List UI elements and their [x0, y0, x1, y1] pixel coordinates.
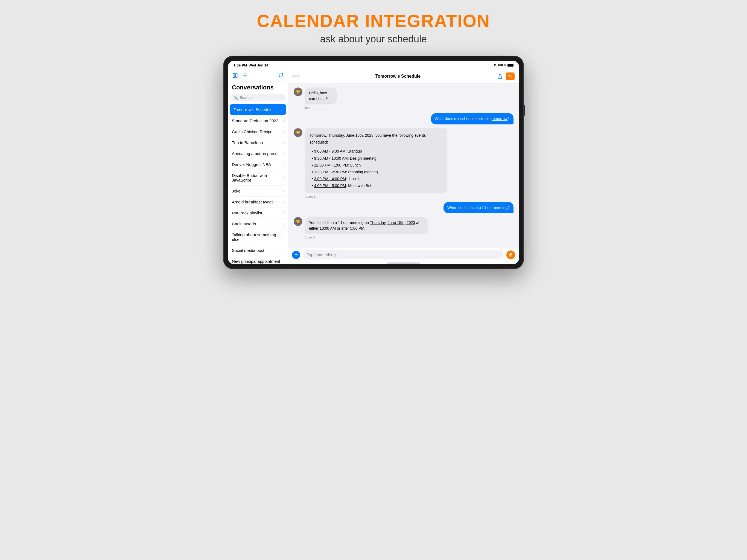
conversation-label: New principal appointment — [232, 259, 280, 263]
conversation-label: Rat Pack playlist — [232, 210, 262, 215]
conversation-item[interactable]: Animating a button press› — [228, 148, 288, 159]
conversation-label: Denver Nuggets NBA — [232, 162, 271, 167]
sidebar-toggle-button[interactable] — [232, 72, 238, 79]
page-header: CALENDAR INTEGRATION ask about your sche… — [257, 11, 490, 45]
conversation-label: Talking about something else — [232, 232, 283, 242]
chevron-icon: › — [283, 176, 284, 180]
conversation-item[interactable]: Disable Button with JavaScript› — [228, 170, 288, 186]
conversation-label: Standard Deduction 2022 — [232, 119, 278, 123]
schedule-col: Tomorrow, Thursday, June 15th, 2023, you… — [305, 128, 447, 198]
chat-area: Tomorrow's Schedule 25 — [288, 70, 519, 264]
conversation-item[interactable]: Cat in tuxedo› — [228, 219, 288, 229]
battery-icon — [508, 64, 514, 67]
ai-avatar-2: 🦁 — [294, 128, 302, 137]
status-bar: 1:39 PM Wed Jun 14 ▾ 100% — [228, 61, 519, 70]
ipad-screen: 1:39 PM Wed Jun 14 ▾ 100% — [228, 61, 519, 264]
conversation-label: Arnold breakfast tweet — [232, 200, 273, 204]
chevron-icon: › — [283, 235, 284, 239]
message-col: Hello, how can I help? free — [305, 87, 351, 109]
conversation-label: Garlic Chicken Recipe — [232, 129, 272, 134]
chevron-icon: › — [283, 162, 284, 167]
sidebar-toolbar — [228, 70, 288, 82]
schedule-event: 4:00 PM - 5:00 PM: Meet with Bob — [312, 182, 443, 189]
header-dots — [292, 75, 300, 77]
conversation-label: Disable Button with JavaScript — [232, 173, 283, 182]
svg-rect-1 — [236, 74, 237, 78]
chevron-icon: › — [281, 107, 282, 111]
status-time: 1:39 PM — [233, 63, 247, 67]
new-conversation-button[interactable] — [278, 72, 284, 79]
message-row-user: What does my schedule look like tomorrow… — [294, 113, 514, 124]
chevron-icon: › — [283, 130, 284, 134]
conversation-item[interactable]: Trip to Barcelona› — [228, 137, 288, 148]
messages-area: 🦁 Hello, how can I help? free What does … — [288, 83, 519, 247]
input-area: + — [288, 247, 519, 262]
schedule-event: 12:00 PM - 1:00 PM: Lunch — [312, 162, 443, 169]
message-row: 🦁 Hello, how can I help? free — [294, 87, 514, 109]
ai-message-text: Hello, how can I help? — [309, 91, 328, 101]
conversation-label: Cat in tuxedo — [232, 222, 256, 226]
search-icon: 🔍 — [233, 96, 238, 100]
conversation-label: Social media post — [232, 248, 264, 253]
svg-point-2 — [244, 75, 246, 76]
message-meta: free — [305, 106, 351, 109]
sidebar: Conversations 🔍 Tomorrow's Schedule›Stan… — [228, 70, 288, 264]
chevron-icon: › — [283, 211, 284, 215]
schedule-event: 3:00 PM - 4:00 PM: 1-on-1 — [312, 176, 443, 182]
message-row-schedule: 🦁 Tomorrow, Thursday, June 15th, 2023, y… — [294, 128, 514, 198]
wifi-icon: ▾ — [494, 63, 496, 67]
home-bar-line — [387, 262, 420, 263]
conversation-item[interactable]: Garlic Chicken Recipe› — [228, 126, 288, 137]
conversation-item[interactable]: Tomorrow's Schedule› — [230, 104, 286, 115]
chat-header: Tomorrow's Schedule 25 — [288, 70, 519, 83]
conversations-list: Tomorrow's Schedule›Standard Deduction 2… — [228, 104, 288, 264]
conversation-item[interactable]: Rat Pack playlist› — [228, 207, 288, 219]
conversation-item[interactable]: New principal appointment› — [228, 256, 288, 264]
settings-button[interactable] — [242, 72, 248, 79]
chevron-icon: › — [283, 152, 284, 156]
dot-2 — [295, 75, 297, 77]
conversation-item[interactable]: Social media post› — [228, 245, 288, 256]
schedule-meta: 1 credit — [305, 195, 447, 198]
home-bar — [288, 262, 519, 264]
search-bar[interactable]: 🔍 — [231, 94, 285, 101]
schedule-event: 9:30 AM - 10:00 AM: Design meeting — [312, 155, 443, 162]
search-input[interactable] — [239, 96, 287, 100]
battery-percent: 100% — [497, 63, 506, 67]
conversation-item[interactable]: Talking about something else› — [228, 229, 288, 245]
ai-avatar-3: 🦁 — [294, 217, 302, 226]
schedule-bubble: Tomorrow, Thursday, June 15th, 2023, you… — [305, 128, 447, 193]
user-message-text-2: When could I fit in a 1 hour meeting? — [447, 205, 510, 210]
schedule-event: 9:00 AM - 9:30 AM: Standup — [312, 148, 443, 155]
sidebar-toolbar-left — [232, 72, 248, 79]
user-message-text: What does my schedule look like tomorrow… — [435, 117, 510, 121]
conversation-label: Joke — [232, 189, 241, 193]
ai-message-bubble: Hello, how can I help? — [305, 87, 337, 104]
conversation-label: Trip to Barcelona — [232, 140, 263, 145]
conversation-item[interactable]: Standard Deduction 2022› — [228, 116, 288, 126]
conversation-item[interactable]: Arnold breakfast tweet› — [228, 197, 288, 207]
microphone-button[interactable] — [506, 251, 515, 259]
chat-header-right: 25 — [496, 73, 515, 80]
ai-message-bubble-2: You could fit in a 1 hour meeting on Thu… — [305, 217, 428, 234]
message-row-user-2: When could I fit in a 1 hour meeting? — [294, 202, 514, 213]
battery-fill — [508, 64, 513, 66]
chevron-icon: › — [283, 189, 284, 193]
share-button[interactable] — [496, 73, 503, 80]
svg-rect-0 — [233, 74, 235, 78]
page-title: CALENDAR INTEGRATION — [257, 11, 490, 31]
conversation-item[interactable]: Denver Nuggets NBA› — [228, 159, 288, 170]
message-input[interactable] — [303, 250, 504, 259]
sidebar-title: Conversations — [228, 82, 288, 93]
add-button[interactable]: + — [292, 251, 300, 259]
status-bar-left: 1:39 PM Wed Jun 14 — [233, 63, 268, 67]
conversation-item[interactable]: Joke› — [228, 186, 288, 197]
schedule-intro: Tomorrow, Thursday, June 15th, 2023, you… — [310, 132, 443, 146]
message-row-ai-2: 🦁 You could fit in a 1 hour meeting on T… — [294, 217, 514, 239]
chevron-icon: › — [283, 200, 284, 204]
ai-meta-2: 1 credit — [305, 236, 481, 239]
status-date: Wed Jun 14 — [249, 63, 268, 67]
user-message-bubble: What does my schedule look like tomorrow… — [431, 113, 514, 124]
chat-title: Tomorrow's Schedule — [376, 74, 420, 79]
badge: 25 — [506, 73, 515, 80]
